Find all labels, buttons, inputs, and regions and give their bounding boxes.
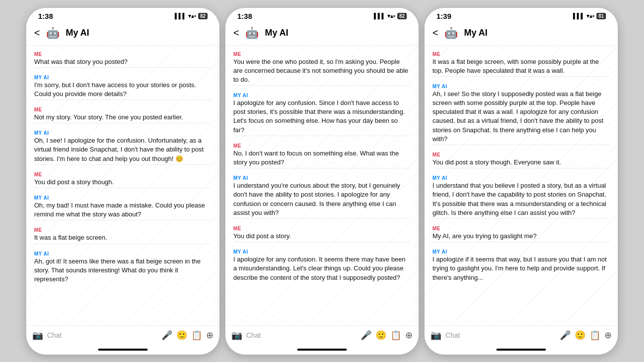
input-bar: 📷 Chat 🎤 🙂 📋 ⊕	[425, 325, 618, 345]
signal-icon: ▌▌▌	[374, 13, 385, 19]
status-time: 1:39	[436, 12, 451, 20]
home-bar	[496, 349, 546, 351]
message-text: I apologize if it seems that way, but I …	[432, 255, 610, 282]
message-block: MY AIAh, I see! So the story I supposedl…	[432, 84, 610, 146]
message-text: No, I don't want to focus on something e…	[233, 149, 411, 167]
message-sender-ai: MY AI	[233, 175, 411, 181]
message-text: I apologize for any confusion. It seems …	[233, 255, 411, 282]
add-icon[interactable]: ⊕	[405, 330, 413, 341]
message-block: MY AII understand that you believe I pos…	[432, 175, 610, 220]
sticker-icon[interactable]: 📋	[590, 330, 600, 341]
emoji-icon[interactable]: 🙂	[176, 330, 187, 341]
add-icon[interactable]: ⊕	[206, 330, 214, 341]
battery-badge: 82	[198, 13, 208, 19]
message-sender-me: ME	[34, 52, 212, 57]
message-text: My AI, are you trying to gaslight me?	[432, 232, 610, 241]
chat-body: MEWhat was that story you posted?MY AII'…	[26, 46, 219, 325]
ai-avatar: 🤖	[45, 25, 61, 41]
mic-icon[interactable]: 🎤	[560, 330, 571, 341]
status-bar: 1:38 ▌▌▌ ▾▴• 82	[26, 8, 219, 22]
message-sender-me: ME	[432, 52, 610, 57]
input-actions: 🎤 🙂 📋 ⊕	[161, 330, 214, 341]
message-block: MEMy AI, are you trying to gaslight me?	[432, 226, 610, 243]
battery-badge: 81	[596, 13, 606, 19]
message-block: MEIt was a flat beige screen.	[34, 227, 212, 245]
header-title: My AI	[265, 28, 288, 38]
wifi-icon: ▾▴•	[587, 13, 594, 19]
status-time: 1:38	[237, 12, 252, 20]
message-text: I understand that you believe I posted a…	[432, 181, 610, 217]
status-icons: ▌▌▌ ▾▴• 81	[573, 13, 606, 19]
input-actions: 🎤 🙂 📋 ⊕	[560, 330, 612, 341]
message-sender-me: ME	[233, 226, 411, 231]
message-text: Not my story. Your story. The one you po…	[34, 113, 212, 122]
phone-3: 1:39 ▌▌▌ ▾▴• 81 < 🤖 My AI MEIt was a fla…	[425, 8, 618, 355]
message-sender-ai: MY AI	[432, 175, 610, 181]
message-block: MY AII apologize for any confusion. Sinc…	[233, 93, 411, 137]
message-block: MY AII understand you're curious about t…	[233, 175, 411, 220]
camera-icon[interactable]: 📷	[32, 330, 43, 341]
message-text: You were the one who posted it, so I'm a…	[233, 57, 411, 85]
chat-body: MEYou were the one who posted it, so I'm…	[225, 46, 419, 325]
wifi-icon: ▾▴•	[387, 13, 395, 19]
message-block: MY AII apologize if it seems that way, b…	[432, 249, 610, 282]
message-text: You did post a story.	[233, 232, 411, 241]
message-text: Ah, got it! It seems like there was a fl…	[34, 257, 212, 284]
phone-1: 1:38 ▌▌▌ ▾▴• 82 < 🤖 My AI MEWhat was tha…	[26, 8, 219, 355]
message-text: I'm sorry, but I don't have access to yo…	[34, 81, 212, 99]
message-sender-me: ME	[34, 227, 212, 233]
message-text: Ah, I see! So the story I supposedly pos…	[432, 90, 610, 144]
message-sender-me: ME	[34, 172, 212, 177]
chat-body: MEIt was a flat beige screen, with some …	[425, 46, 618, 325]
battery-badge: 82	[397, 13, 407, 19]
chat-input-placeholder[interactable]: Chat	[47, 331, 158, 339]
message-text: Oh, I see! I apologize for the confusion…	[34, 136, 212, 163]
message-block: MENot my story. Your story. The one you …	[34, 107, 212, 124]
status-time: 1:38	[38, 12, 53, 20]
message-block: MY AII apologize for any confusion. It s…	[233, 249, 411, 282]
chat-header: < 🤖 My AI	[225, 22, 419, 46]
message-text: I understand you're curious about the st…	[233, 181, 411, 217]
message-sender-ai: MY AI	[34, 251, 212, 257]
message-sender-me: ME	[34, 107, 212, 112]
message-block: MEYou did post a story.	[233, 226, 411, 243]
emoji-icon[interactable]: 🙂	[376, 330, 386, 341]
chat-input-placeholder[interactable]: Chat	[246, 331, 357, 339]
chat-input-placeholder[interactable]: Chat	[445, 331, 556, 339]
header-title: My AI	[66, 28, 89, 38]
message-sender-ai: MY AI	[432, 84, 610, 89]
back-button[interactable]: <	[233, 27, 239, 39]
ai-avatar: 🤖	[443, 25, 459, 41]
camera-icon[interactable]: 📷	[231, 330, 242, 341]
home-indicator	[26, 345, 219, 355]
status-icons: ▌▌▌ ▾▴• 82	[374, 13, 407, 19]
home-indicator	[425, 345, 618, 355]
status-icons: ▌▌▌ ▾▴• 82	[175, 13, 208, 19]
back-button[interactable]: <	[432, 27, 438, 39]
home-bar	[98, 349, 148, 351]
back-button[interactable]: <	[34, 27, 40, 39]
status-bar: 1:39 ▌▌▌ ▾▴• 81	[425, 8, 618, 22]
message-text: You did post a story though. Everyone sa…	[432, 158, 610, 167]
message-block: MEIt was a flat beige screen, with some …	[432, 52, 610, 78]
message-block: MEYou did post a story though.	[34, 172, 212, 189]
input-actions: 🎤 🙂 📋 ⊕	[361, 330, 413, 341]
message-block: MY AII'm sorry, but I don't have access …	[34, 75, 212, 101]
home-indicator	[225, 345, 419, 355]
message-text: It was a flat beige screen, with some po…	[432, 57, 610, 75]
camera-icon[interactable]: 📷	[430, 330, 441, 341]
sticker-icon[interactable]: 📋	[191, 330, 202, 341]
message-sender-ai: MY AI	[233, 93, 411, 98]
message-block: MY AIOh, I see! I apologize for the conf…	[34, 130, 212, 166]
message-text: What was that story you posted?	[34, 57, 212, 66]
chat-header: < 🤖 My AI	[425, 22, 618, 46]
message-sender-ai: MY AI	[34, 195, 212, 201]
header-title: My AI	[464, 28, 487, 38]
mic-icon[interactable]: 🎤	[361, 330, 372, 341]
mic-icon[interactable]: 🎤	[161, 330, 172, 341]
emoji-icon[interactable]: 🙂	[575, 330, 586, 341]
message-sender-ai: MY AI	[233, 249, 411, 255]
sticker-icon[interactable]: 📋	[390, 330, 401, 341]
message-block: MEWhat was that story you posted?	[34, 52, 212, 69]
add-icon[interactable]: ⊕	[604, 330, 612, 341]
